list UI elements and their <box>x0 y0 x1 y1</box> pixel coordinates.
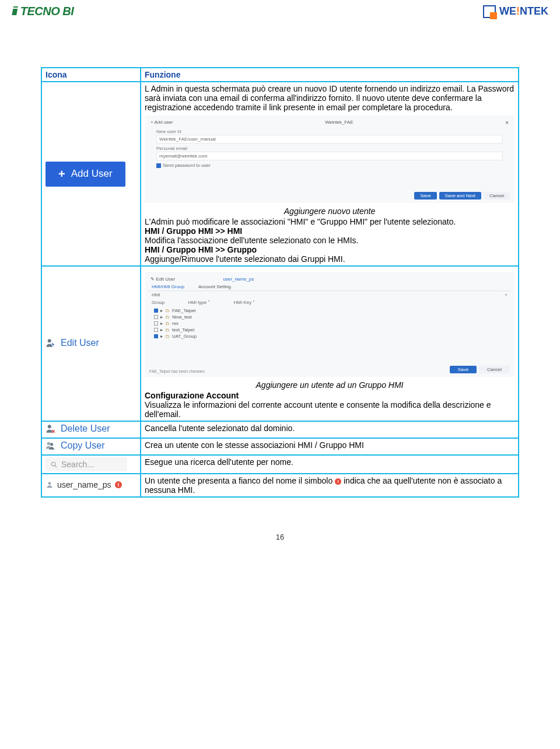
svg-point-2 <box>47 442 50 445</box>
search-input[interactable]: Search... <box>46 457 127 471</box>
table-row: Edit User ✎ Edit User user_name_ps HMI/H… <box>41 266 519 421</box>
edit-user-button[interactable]: Edit User <box>46 338 99 348</box>
status-text: FAE_Taipei has been checked. <box>149 369 205 373</box>
header-funzione: Funzione <box>141 68 519 82</box>
page-content: Icona Funzione + Add User L Admin in que… <box>0 20 560 521</box>
cancel-button[interactable]: Cancel <box>479 366 510 373</box>
page-header: iii TECNO BI WE!NTEK <box>0 0 560 20</box>
copy-user-label: Copy User <box>61 440 105 451</box>
list-item[interactable]: ▸🗀FAE_Taipei <box>154 307 505 314</box>
search-icon <box>50 461 58 468</box>
svg-point-3 <box>50 443 53 446</box>
delete-user-label: Delete User <box>61 424 110 434</box>
delete-user-button[interactable]: Delete User <box>46 424 110 434</box>
add-user-dialog-preview: + Add user Weintek_FAE × New user Id Wei… <box>145 116 514 203</box>
icon-cell-add-user: + Add User <box>41 82 141 266</box>
tab-hmi-group[interactable]: HMI/HMI Group <box>152 284 184 289</box>
user-icon <box>46 481 54 489</box>
dialog-context: Weintek_FAE <box>325 120 353 126</box>
table-row: + Add User L Admin in questa schermata p… <box>41 82 519 266</box>
add-user-button[interactable]: + Add User <box>46 162 125 187</box>
edit-user-dialog-preview: ✎ Edit User user_name_ps HMI/HMI Group A… <box>145 272 514 377</box>
caption-add-user: Aggiungere nuovo utente <box>145 206 514 216</box>
svg-point-5 <box>48 482 51 485</box>
page-number: 16 <box>0 521 560 547</box>
list-item[interactable]: ▸🗀rex <box>154 320 505 327</box>
svg-point-0 <box>48 339 51 342</box>
logo-tecnobi: iii TECNO BI <box>12 5 74 18</box>
plus-icon: + <box>58 167 65 181</box>
edit-desc-line3: Aggiunge/Rimuove l'utente selezionato da… <box>145 254 514 264</box>
close-icon[interactable]: × <box>505 120 509 126</box>
logo-weintek: WE!NTEK <box>483 5 548 18</box>
col-group: Group <box>152 300 164 305</box>
col-hmi-type[interactable]: HMI type ˅ <box>188 300 210 305</box>
add-user-label: Add User <box>71 168 113 180</box>
cancel-button[interactable]: Cancel <box>484 192 510 200</box>
dialog-title: + Add user <box>150 120 173 126</box>
search-placeholder: Search... <box>61 460 94 469</box>
list-item[interactable]: ▸🗀UAT_Group <box>154 333 505 340</box>
tab-account-setting[interactable]: Account Setting <box>198 284 231 289</box>
table-row: Search... Esegue una ricerca dell'utente… <box>41 455 519 474</box>
group-list: ▸🗀FAE_Taipei ▸🗀Nina_test ▸🗀rex ▸🗀test_Ta… <box>148 306 511 341</box>
dialog-edit-username: user_name_ps <box>223 276 254 282</box>
func-cell-user-warn: Un utente che presenta a fianco del nome… <box>141 474 519 497</box>
save-button[interactable]: Save <box>450 366 477 373</box>
svg-point-4 <box>51 462 55 466</box>
list-item[interactable]: ▸🗀Nina_test <box>154 314 505 320</box>
svg-point-1 <box>48 425 51 428</box>
edit-desc-line1: L'Admin può modificare le associazioni "… <box>145 217 514 226</box>
function-table: Icona Funzione + Add User L Admin in que… <box>41 67 519 498</box>
header-icona: Icona <box>41 68 141 82</box>
account-config-head: Configurazione Account <box>145 391 514 400</box>
func-cell-delete: Cancella l'utente selezionato dal domini… <box>141 421 519 438</box>
icon-cell-copy-user: Copy User <box>41 438 141 455</box>
col-hmi-key[interactable]: HMI Key ˅ <box>233 300 255 305</box>
checkbox-icon <box>156 163 161 168</box>
table-row: user_name_ps ! Un utente che presenta a … <box>41 474 519 497</box>
warning-icon-inline: ! <box>335 478 341 485</box>
edit-desc-line2: Modifica l'associazione dell'utente sele… <box>145 236 514 245</box>
checkbox-send-password[interactable]: Send password to user <box>156 163 503 168</box>
dialog-edit-title: ✎ Edit User <box>150 276 175 282</box>
func-cell-copy: Crea un utente con le stesse associazion… <box>141 438 519 455</box>
save-button[interactable]: Save <box>414 192 436 200</box>
warning-icon: ! <box>115 481 122 488</box>
user-entry-warning[interactable]: user_name_ps ! <box>46 480 122 489</box>
weintek-square-icon <box>483 5 496 18</box>
label-email: Personal email <box>156 146 511 151</box>
copy-user-button[interactable]: Copy User <box>46 440 105 451</box>
icon-cell-edit-user: Edit User <box>41 266 141 421</box>
table-row: Copy User Crea un utente con le stesse a… <box>41 438 519 455</box>
table-row: Delete User Cancella l'utente selezionat… <box>41 421 519 438</box>
edit-user-label: Edit User <box>61 338 99 348</box>
icon-cell-user-warn: user_name_ps ! <box>41 474 141 497</box>
label-new-user: New user Id <box>156 129 511 134</box>
user-name: user_name_ps <box>57 480 111 489</box>
func-cell-search: Esegue una ricerca dell'utente per nome. <box>141 455 519 474</box>
table-header-row: Icona Funzione <box>41 68 519 82</box>
save-next-button[interactable]: Save and Next <box>439 192 481 200</box>
edit-desc-h2: HMI / Gruppo HMI >> Gruppo <box>145 245 514 254</box>
edit-desc-h1: HMI / Gruppo HMI >> HMI <box>145 226 514 236</box>
input-new-user[interactable]: Weintek_FAE/user_manual <box>156 135 503 144</box>
add-user-desc: L Admin in questa schermata può creare u… <box>145 84 514 112</box>
caption-edit-user: Aggiungere un utente ad un Gruppo HMI <box>145 380 514 390</box>
icon-cell-search: Search... <box>41 455 141 474</box>
func-cell-add-user: L Admin in questa schermata può creare u… <box>141 82 519 266</box>
section-hmi: HMI <box>152 292 160 298</box>
user-delete-icon <box>46 424 56 434</box>
icon-cell-delete-user: Delete User <box>41 421 141 438</box>
list-item[interactable]: ▸🗀test_Taipei <box>154 327 505 333</box>
account-config-desc: Visualizza le informazioni del corrente … <box>145 400 514 419</box>
add-hmi-icon[interactable]: + <box>505 292 508 298</box>
user-copy-icon <box>46 440 56 451</box>
user-edit-icon <box>46 338 56 348</box>
func-cell-edit-user: ✎ Edit User user_name_ps HMI/HMI Group A… <box>141 266 519 421</box>
input-email[interactable]: myemail@weintek.com <box>156 152 503 160</box>
